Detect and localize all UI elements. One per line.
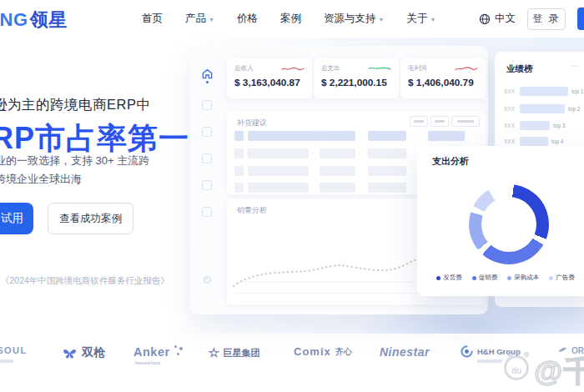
finance-icon — [202, 180, 212, 190]
brand-logo[interactable]: ING领星 — [0, 8, 68, 33]
dashboard-sidebar: ⚙ — [190, 46, 224, 314]
partner-logo-ninestar: Ninestar — [380, 345, 430, 359]
home-icon — [201, 68, 214, 83]
panel-title: 业绩榜 — [506, 63, 533, 75]
nav-item-pricing[interactable]: 价格 — [237, 12, 258, 26]
logo-cn: 领星 — [30, 9, 68, 30]
chevron-down-icon: ▼ — [378, 17, 384, 23]
report-footnote: 《2024年中国跨境电商软件服务行业报告》 — [1, 275, 169, 287]
nav-item-about[interactable]: 关于▼ — [406, 12, 435, 26]
login-button[interactable]: 登 录 — [527, 8, 566, 30]
nav-item-cases[interactable]: 案例 — [280, 12, 301, 26]
stat-card-revenue: 总收入 $ 3,163,040.87 — [227, 58, 313, 98]
language-label: 中文 — [495, 12, 516, 26]
star-icon: ✫ — [209, 345, 219, 360]
nav-item-resources[interactable]: 资源与支持▼ — [324, 12, 384, 26]
partner-logo-giantstar: ✫巨星集团 — [209, 345, 260, 360]
expense-donut — [469, 184, 549, 264]
cart-icon — [202, 127, 212, 137]
legend-item: 采购成本 — [507, 274, 539, 282]
inventory-icon — [202, 153, 212, 163]
hero-subline-2: 跨境企业全球出海 — [0, 172, 82, 187]
stat-label: 总收入 — [234, 64, 254, 73]
stat-label: 毛利润 — [408, 64, 427, 73]
anker-sub-label: Innovations — [135, 361, 161, 365]
trial-button[interactable]: 试用 — [0, 203, 33, 234]
partners-strip: TSOUL 双枪 Anker Innovations ✫巨星集团 Comix齐心… — [0, 334, 584, 392]
filter-pill — [451, 116, 480, 127]
gear-icon: ⚙ — [202, 274, 212, 286]
logo-latin: ING — [0, 9, 28, 30]
anker-dots-icon — [174, 345, 183, 359]
paw-badge-icon: du — [504, 355, 529, 380]
legend-item: 广告费 — [549, 274, 575, 282]
nav-right: 中文 登 录 — [479, 0, 584, 38]
stat-card-profit: 毛利润 $ 1,406,040.79 — [400, 58, 486, 98]
watermark-text: @千龙 — [534, 352, 584, 391]
support-icon — [202, 207, 212, 217]
signup-button-clipped[interactable] — [577, 8, 584, 30]
nav-item-products[interactable]: 产品▼ — [185, 12, 214, 26]
legend-dot — [436, 276, 441, 280]
butterfly-icon — [62, 347, 78, 359]
stat-value: $ 2,221,000.15 — [321, 77, 392, 88]
stat-card-expense: 总支出 $ 2,221,000.15 — [314, 58, 400, 98]
nav-item-home[interactable]: 首页 — [142, 12, 163, 26]
sparkline-icon — [367, 64, 392, 73]
legend-dot — [549, 276, 553, 280]
hero-tagline: 逊为主的跨境电商ERP中 — [0, 96, 150, 114]
page: ING领星 首页 产品▼ 价格 案例 资源与支持▼ 关于▼ 中文 登 录 逊为主… — [0, 0, 584, 392]
filter-pill — [430, 116, 449, 127]
rank-bar — [520, 137, 548, 146]
stat-value: $ 3,163,040.87 — [234, 77, 305, 88]
rank-bar — [520, 121, 550, 130]
partner-logo-tsoul: TSOUL — [0, 345, 28, 355]
legend-item: 发货费 — [436, 274, 462, 282]
globe-swirl-icon — [461, 345, 473, 358]
sparkline-icon — [454, 64, 479, 73]
filter-pills — [410, 116, 480, 127]
rank-bar — [520, 87, 568, 96]
partner-logo-comix: Comix齐心 — [294, 345, 352, 358]
legend-dot — [507, 276, 511, 280]
hero-subline-1: 业的一致选择，支持 30+ 主流跨 — [0, 153, 149, 168]
filter-pill — [410, 116, 428, 127]
navbar: ING领星 首页 产品▼ 价格 案例 资源与支持▼ 关于▼ 中文 登 录 — [0, 0, 584, 38]
rank-bar — [520, 104, 565, 113]
view-cases-button[interactable]: 查看成功案例 — [48, 203, 133, 234]
panel-title: 支出分析 — [432, 155, 469, 168]
chevron-down-icon: ▼ — [209, 17, 214, 23]
nav-menu: 首页 产品▼ 价格 案例 资源与支持▼ 关于▼ — [142, 0, 435, 38]
panel-title: 补货建议 — [237, 118, 267, 128]
donut-legend: 发货费 促销费 采购成本 广告费 — [417, 274, 584, 282]
language-switcher[interactable]: 中文 — [479, 12, 516, 26]
legend-item: 促销费 — [472, 274, 498, 282]
stat-label: 总支出 — [321, 64, 340, 73]
partner-logo-anker: Anker Innovations — [133, 345, 183, 359]
orders-icon — [202, 100, 212, 110]
partner-logo-shuangqiang: 双枪 — [62, 345, 105, 360]
globe-icon — [479, 13, 491, 25]
legend-dot — [472, 276, 476, 280]
chevron-down-icon: ▼ — [430, 17, 435, 23]
more-icon: ⋯ — [571, 62, 580, 71]
sparkline-icon — [280, 64, 305, 73]
stat-value: $ 1,406,040.79 — [408, 77, 479, 88]
expense-analysis-panel: 支出分析 发货费 促销费 采购成本 广告费 — [417, 146, 584, 296]
watermark: du @千龙 — [501, 350, 584, 390]
